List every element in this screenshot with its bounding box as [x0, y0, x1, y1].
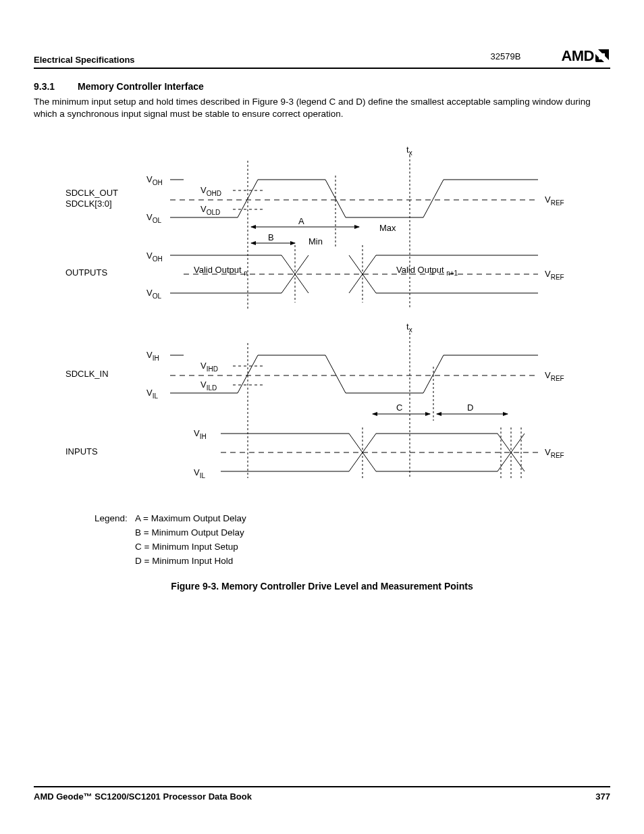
sdclk-in-label: SDCLK_IN — [65, 369, 109, 379]
header-section-label: Electrical Specifications — [34, 55, 135, 65]
outputs-label: OUTPUTS — [65, 267, 107, 278]
figure-caption: Figure 9-3. Memory Controller Drive Leve… — [34, 581, 610, 592]
svg-text:Max: Max — [379, 223, 396, 233]
sdclk-out-label: SDCLK_OUT — [65, 188, 118, 198]
svg-text:VOH: VOH — [146, 174, 163, 186]
page-footer: AMD Geode™ SC1200/SC1201 Processor Data … — [34, 786, 610, 802]
tx-label-top: tx — [406, 145, 412, 157]
svg-text:VOLD: VOLD — [200, 204, 220, 216]
amd-arrow-icon — [595, 49, 610, 63]
amd-logo: AMD — [561, 47, 610, 65]
svg-text:VREF: VREF — [545, 370, 564, 382]
page-header: Electrical Specifications 32579B AMD — [34, 47, 610, 69]
sdclk-bus-label: SDCLK[3:0] — [65, 199, 112, 209]
svg-text:VIL: VIL — [194, 467, 205, 479]
svg-text:D: D — [467, 402, 473, 413]
svg-text:C: C — [396, 402, 402, 413]
section-title: Memory Controller Interface — [78, 81, 204, 92]
svg-text:Valid Output n: Valid Output n — [194, 265, 248, 277]
legend-d: D = Minimum Input Hold — [135, 554, 233, 569]
svg-text:VIH: VIH — [146, 350, 159, 362]
svg-text:VIH: VIH — [194, 428, 207, 440]
legend-c: C = Minimum Input Setup — [135, 540, 238, 554]
timing-diagram: tx SDCLK_OUT SDCLK[3:0] VOH VOL VOHD VOL… — [65, 140, 579, 505]
svg-text:VREF: VREF — [545, 447, 564, 459]
svg-text:VREF: VREF — [545, 194, 564, 207]
legend-b: B = Minimum Output Delay — [135, 526, 244, 540]
figure-legend: Legend: A = Maximum Output Delay B = Min… — [95, 512, 610, 569]
svg-text:A: A — [298, 216, 304, 226]
body-paragraph: The minimum input setup and hold times d… — [34, 96, 610, 120]
svg-text:VILD: VILD — [200, 380, 217, 392]
svg-text:VOH: VOH — [146, 251, 163, 263]
svg-text:Min: Min — [308, 236, 323, 246]
svg-text:VREF: VREF — [545, 269, 564, 281]
section-heading: 9.3.1 Memory Controller Interface — [34, 81, 610, 92]
svg-text:VOHD: VOHD — [200, 185, 221, 197]
footer-book-title: AMD Geode™ SC1200/SC1201 Processor Data … — [34, 791, 252, 802]
svg-text:VOL: VOL — [146, 288, 161, 300]
footer-page-number: 377 — [595, 791, 610, 802]
svg-text:B: B — [268, 232, 274, 242]
svg-text:VOL: VOL — [146, 212, 161, 224]
svg-text:VIL: VIL — [146, 388, 158, 400]
inputs-label: INPUTS — [65, 446, 98, 457]
header-doc-code: 32579B — [491, 51, 521, 61]
section-number: 9.3.1 — [34, 81, 55, 92]
legend-a: A = Maximum Output Delay — [135, 512, 246, 526]
svg-text:VIHD: VIHD — [200, 361, 218, 373]
svg-text:tx: tx — [406, 321, 412, 334]
svg-text:Valid Output n+1: Valid Output n+1 — [396, 265, 458, 277]
